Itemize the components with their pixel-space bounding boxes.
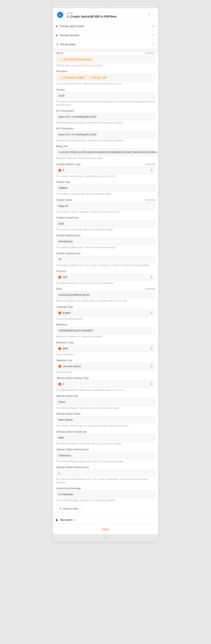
choose-account-section-header[interactable]: ▶ Choose account ✓ bbox=[53, 31, 158, 40]
setup-action-check-icon: ✓ bbox=[152, 42, 155, 46]
file-id-hint: PDF file where Swiss QR Bill should be a… bbox=[56, 64, 155, 67]
close-button-row: Close bbox=[53, 524, 158, 534]
av2-label: AV2 Parameters bbox=[56, 127, 155, 130]
ultimate-debtor-address-type-select[interactable]: z S ⇅ bbox=[56, 380, 155, 388]
ultimate-debtor-name-input[interactable]: Heinz Muster bbox=[56, 416, 155, 423]
separator-line-hint: Reference Type bbox=[56, 371, 155, 374]
ultimate-debtor-city-field: Ultimate Debtor City Zurich The Ultimate… bbox=[56, 395, 155, 410]
test-action-section-header[interactable]: ▶ Test action ✓ bbox=[53, 516, 158, 524]
ultimate-debtor-address-line2-field: Ultimate Debtor AddressLine2 1 The Ultim… bbox=[56, 466, 155, 484]
billing-info-label: Billing Info bbox=[56, 145, 155, 148]
reference-type-label: Reference Type bbox=[56, 341, 155, 344]
creditor-postal-code-label: Creditor PostalCode bbox=[56, 216, 155, 219]
udebtor-address-arrow-icon: ⇅ bbox=[150, 382, 153, 386]
language-type-label: Language Type bbox=[56, 306, 155, 308]
creditor-name-hint: The creditor's name or company according… bbox=[56, 210, 155, 214]
bottom-connector: + bbox=[53, 534, 158, 542]
currency-hint: The payment currency. Only CHF and EUR a… bbox=[56, 282, 155, 285]
amount-hint: The amount element is to be entered with… bbox=[56, 100, 155, 106]
currency-select[interactable]: z CHF ⇅ bbox=[56, 274, 155, 281]
reference-type-select[interactable]: z QRR ⇅ bbox=[56, 345, 155, 352]
setup-action-section-header[interactable]: ▼ Set up action ✓ bbox=[53, 40, 158, 49]
reference-hint: Reference. Maximum 27 characters permitt… bbox=[56, 335, 155, 338]
billing-info-input[interactable]: S1/01/20170309/11/10201409/20/14000000/2… bbox=[56, 149, 155, 156]
creditor-city-label: Creditor City bbox=[56, 180, 155, 184]
creditor-address-type-label: Creditor Address Type (required) bbox=[56, 163, 155, 166]
creditor-address-line1-label: Creditor AddressLine1 bbox=[56, 234, 155, 237]
zapier-dot-lang-icon: z bbox=[58, 312, 61, 314]
creditor-city-input[interactable]: Pfäffikon bbox=[56, 184, 155, 192]
ultimate-debtor-address-line1-hint: The Ultimate Debtor's address line 1 wit… bbox=[56, 460, 155, 463]
ultimate-debtor-address-type-field: Ultimate Debtor Address Type z S ⇅ The U… bbox=[56, 377, 155, 392]
language-type-select[interactable]: z English ⇅ bbox=[56, 310, 155, 316]
test-action-check-icon: ✓ bbox=[74, 518, 76, 522]
av1-label: AV1 Parameters bbox=[56, 110, 155, 112]
choose-account-label: Choose account bbox=[59, 34, 151, 37]
refresh-icon: ↻ bbox=[59, 507, 62, 510]
select-arrow-icon: ⇅ bbox=[150, 169, 153, 172]
ultimate-debtor-postal-code-field: Ultimate Debtor PostalCode 8000 The Ulti… bbox=[56, 430, 155, 445]
more-options-icon[interactable]: … bbox=[152, 13, 155, 17]
svg-text:P4: P4 bbox=[59, 14, 62, 16]
currency-select-arrow-icon: ⇅ bbox=[150, 276, 153, 279]
action-header: P4 Action 2. Create SwissQR Bill in PDF4… bbox=[53, 8, 158, 22]
file-name-field: File Name ↑ 1. File Name: smallpdf ↑ 1. … bbox=[56, 70, 155, 85]
iban-input[interactable]: CH5100225225952913010C bbox=[56, 292, 155, 298]
ultimate-debtor-address-line2-input[interactable]: 1 bbox=[56, 470, 155, 477]
language-type-field: Language Type z English ⇅ Choose the lan… bbox=[56, 306, 155, 320]
ultimate-debtor-name-field: Ultimate Debtor Name Heinz Muster The Ul… bbox=[56, 412, 155, 427]
choose-app-section-header[interactable]: ▶ Choose app & event ✓ bbox=[53, 22, 158, 31]
iban-field: IBAN (required) CH5100225225952913010C I… bbox=[56, 288, 155, 302]
ultimate-debtor-postal-code-label: Ultimate Debtor PostalCode bbox=[56, 430, 155, 433]
file-icon: ↑ bbox=[60, 58, 61, 61]
unstructured-message-field: Unstructured Message for individuals Uns… bbox=[56, 487, 155, 502]
close-button[interactable]: Close bbox=[99, 527, 112, 532]
reference-input[interactable]: 210000000031394714300090I7 bbox=[56, 327, 155, 334]
help-icon[interactable]: ? bbox=[148, 13, 150, 17]
creditor-address-line2-input[interactable]: 79 bbox=[56, 256, 155, 263]
separator-line-select[interactable]: z Line with Scissor ⇅ bbox=[56, 363, 155, 370]
av2-input[interactable]: Name AV1: UV;UltraPay005;12345 bbox=[56, 131, 155, 138]
refresh-fields-button[interactable]: ↻ Refresh fields bbox=[56, 505, 82, 512]
test-action-label: Test action bbox=[60, 518, 72, 522]
file-id-label: File Id (required) bbox=[56, 52, 155, 55]
action-label: Action bbox=[67, 12, 146, 14]
chevron-right-icon-test: ▶ bbox=[56, 518, 58, 522]
currency-field: Currency z CHF ⇅ The payment currency. O… bbox=[56, 270, 155, 285]
file-name-input[interactable]: ↑ 1. File Name: smallpdf ↑ 1. File Ext.:… bbox=[56, 74, 155, 81]
separator-arrow-icon: ⇅ bbox=[150, 365, 153, 368]
ultimate-debtor-city-input[interactable]: Zurich bbox=[56, 398, 155, 406]
zapier-dot-icon: z bbox=[58, 169, 61, 172]
creditor-address-line1-field: Creditor AddressLine1 Hörnlistrasse The … bbox=[56, 234, 155, 249]
ultimate-debtor-name-hint: The Ultimate Debtor's name or company ac… bbox=[56, 424, 155, 427]
action-icons: ? … bbox=[148, 13, 155, 17]
ultimate-debtor-city-hint: The Ultimate Debtor's Town/City with max… bbox=[56, 406, 155, 410]
creditor-address-type-select[interactable]: z S ⇅ bbox=[56, 167, 155, 174]
zapier-dot-udebtor-icon: z bbox=[58, 383, 61, 386]
ultimate-debtor-address-type-label: Ultimate Debtor Address Type bbox=[56, 377, 155, 380]
zapier-dot-ref-icon: z bbox=[58, 347, 61, 350]
file-icon-3: ↑ bbox=[88, 76, 90, 79]
unstructured-message-input[interactable]: for individuals bbox=[56, 491, 155, 498]
creditor-name-input[interactable]: Rega AG bbox=[56, 202, 155, 210]
language-type-hint: Choose the language type. bbox=[56, 317, 155, 320]
action-title-block: Action 2. Create SwissQR Bill in PDF4me bbox=[67, 12, 146, 18]
creditor-postal-code-input[interactable]: 8330 bbox=[56, 220, 155, 227]
chevron-down-icon: ▼ bbox=[56, 43, 58, 46]
ultimate-debtor-city-label: Ultimate Debtor City bbox=[56, 395, 155, 398]
creditor-address-type-field: Creditor Address Type (required) z S ⇅ T… bbox=[56, 163, 155, 178]
file-id-input[interactable]: ↑ 1. File: (Exists but not shown) bbox=[56, 56, 155, 63]
currency-label: Currency bbox=[56, 270, 155, 273]
creditor-name-label: Creditor Name (required) bbox=[56, 198, 155, 202]
app-logo: P4 bbox=[56, 11, 64, 19]
reference-type-field: Reference Type z QRR ⇅ Type of Reference bbox=[56, 341, 155, 356]
amount-input[interactable]: 30.00 bbox=[56, 92, 155, 99]
billing-info-hint: BillingInfo. Maximum 140 characters perm… bbox=[56, 157, 155, 160]
amount-label: Amount bbox=[56, 88, 155, 91]
av1-input[interactable]: Name AV1: UV;UltraPay005;12345 bbox=[56, 113, 155, 120]
setup-action-label: Set up action bbox=[60, 43, 151, 46]
ultimate-debtor-address-line1-input[interactable]: Tödistrasse bbox=[56, 452, 155, 459]
creditor-address-line1-input[interactable]: Hörnlistrasse bbox=[56, 238, 155, 245]
choose-app-check-icon: ✓ bbox=[152, 24, 155, 28]
ultimate-debtor-postal-code-input[interactable]: 8000 bbox=[56, 434, 155, 441]
